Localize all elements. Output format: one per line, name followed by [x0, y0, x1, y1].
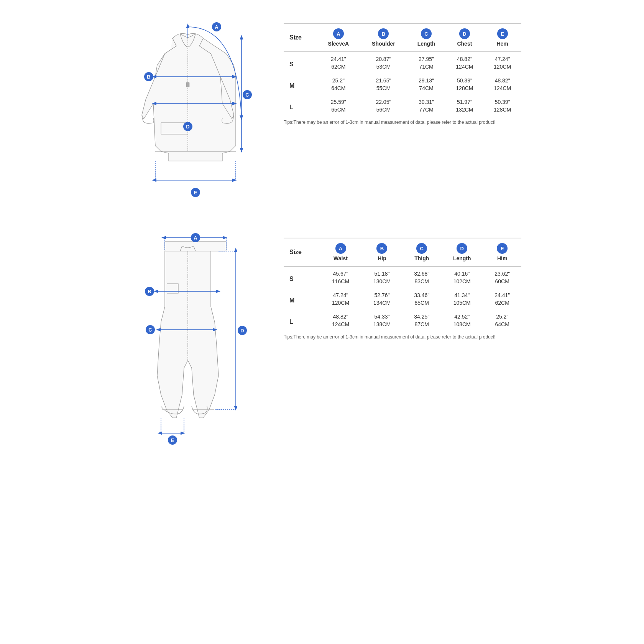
- measurement-inch: 27.95": [407, 52, 446, 63]
- measurement-cm: 130CM: [361, 278, 403, 288]
- measurement-cm: 56CM: [360, 106, 407, 117]
- svg-text:C: C: [245, 92, 249, 98]
- table-row: L25.59"22.05"30.31"51.97"50.39": [284, 95, 521, 106]
- measurement-inch: 48.82": [320, 310, 361, 320]
- measurement-inch: 34.25": [402, 310, 440, 320]
- measurement-inch: 45.67": [320, 266, 361, 278]
- svg-text:B: B: [148, 289, 151, 294]
- badge-a: A: [333, 28, 344, 39]
- measurement-cm: 62CM: [483, 299, 521, 310]
- measurement-cm: 60CM: [483, 278, 521, 288]
- svg-text:D: D: [240, 328, 244, 334]
- page-container: A B C D E: [115, 0, 529, 460]
- hem-label: Hem: [496, 41, 508, 47]
- measurement-inch: 51.97": [446, 95, 484, 106]
- pants-col-d-header: D Length: [441, 238, 483, 266]
- measurement-inch: 33.46": [402, 288, 440, 299]
- table-row: 62CM53CM71CM124CM120CM: [284, 63, 521, 74]
- measurement-cm: 83CM: [402, 278, 440, 288]
- size-cell: S: [284, 266, 320, 288]
- pants-col-a-header: A Waist: [320, 238, 361, 266]
- svg-text:B: B: [147, 74, 150, 80]
- svg-text:E: E: [171, 437, 174, 443]
- table-row: L48.82"54.33"34.25"42.52"25.2": [284, 310, 521, 320]
- measurement-cm: 65CM: [317, 106, 360, 117]
- chest-label: Chest: [457, 41, 472, 47]
- measurement-inch: 30.31": [407, 95, 446, 106]
- measurement-inch: 41.34": [441, 288, 483, 299]
- measurement-cm: 128CM: [446, 84, 484, 95]
- measurement-inch: 24.41": [483, 288, 521, 299]
- measurement-inch: 52.76": [361, 288, 403, 299]
- measurement-cm: 85CM: [402, 299, 440, 310]
- measurement-cm: 120CM: [320, 299, 361, 310]
- measurement-inch: 54.33": [361, 310, 403, 320]
- table-row: S24.41"20.87"27.95"48.82"47.24": [284, 52, 521, 63]
- pants-col-e-header: E Him: [483, 238, 521, 266]
- svg-rect-23: [165, 242, 226, 251]
- measurement-inch: 42.52": [441, 310, 483, 320]
- waist-label: Waist: [334, 255, 348, 261]
- badge-b: B: [378, 28, 389, 39]
- pants-diagram: A B C D E: [123, 230, 268, 445]
- jacket-tips: Tips:There may be an error of 1-3cm in m…: [284, 120, 521, 125]
- pants-badge-d: D: [457, 243, 467, 254]
- pants-section: A B C D E: [123, 230, 521, 445]
- measurement-inch: 50.39": [446, 74, 484, 84]
- table-row: 65CM56CM77CM132CM128CM: [284, 106, 521, 117]
- measurement-cm: 120CM: [483, 63, 521, 74]
- jacket-diagram: A B C D E: [123, 15, 268, 207]
- pants-col-b-header: B Hip: [361, 238, 403, 266]
- measurement-inch: 21.65": [360, 74, 407, 84]
- size-col-header: Size: [284, 23, 317, 52]
- measurement-inch: 47.24": [483, 52, 521, 63]
- measurement-cm: 64CM: [483, 320, 521, 331]
- measurement-inch: 25.2": [483, 310, 521, 320]
- measurement-cm: 134CM: [361, 299, 403, 310]
- measurement-inch: 25.59": [317, 95, 360, 106]
- measurement-inch: 47.24": [320, 288, 361, 299]
- svg-text:E: E: [194, 190, 197, 196]
- measurement-inch: 48.82": [483, 74, 521, 84]
- measurement-cm: 116CM: [320, 278, 361, 288]
- badge-c: C: [421, 28, 432, 39]
- shoulder-label: Shoulder: [372, 41, 395, 47]
- measurement-inch: 48.82": [446, 52, 484, 63]
- measurement-cm: 102CM: [441, 278, 483, 288]
- measurement-inch: 24.41": [317, 52, 360, 63]
- pants-col-c-header: C Thigh: [402, 238, 440, 266]
- measurement-inch: 32.68": [402, 266, 440, 278]
- svg-text:A: A: [215, 24, 219, 30]
- badge-e: E: [497, 28, 508, 39]
- measurement-cm: 124CM: [483, 84, 521, 95]
- pants-table-container: Size A Waist B Hip: [284, 230, 521, 340]
- measurement-cm: 87CM: [402, 320, 440, 331]
- jacket-header-row: Size A SleeveA B Shoulder: [284, 23, 521, 52]
- pants-header-row: Size A Waist B Hip: [284, 238, 521, 266]
- measurement-cm: 132CM: [446, 106, 484, 117]
- size-cell: S: [284, 52, 317, 74]
- measurement-cm: 138CM: [361, 320, 403, 331]
- size-cell: L: [284, 95, 317, 117]
- pants-length-label: Length: [453, 255, 471, 261]
- table-row: M25.2"21.65"29.13"50.39"48.82": [284, 74, 521, 84]
- measurement-cm: 74CM: [407, 84, 446, 95]
- sleeve-a-label: SleeveA: [328, 41, 349, 47]
- table-row: 64CM55CM74CM128CM124CM: [284, 84, 521, 95]
- jacket-col-d-header: D Chest: [446, 23, 484, 52]
- pants-badge-e: E: [497, 243, 508, 254]
- pants-size-col-header: Size: [284, 238, 320, 266]
- pants-badge-b: B: [376, 243, 387, 254]
- measurement-inch: 51.18": [361, 266, 403, 278]
- length-label: Length: [417, 41, 435, 47]
- jacket-col-a-header: A SleeveA: [317, 23, 360, 52]
- measurement-cm: 71CM: [407, 63, 446, 74]
- measurement-cm: 77CM: [407, 106, 446, 117]
- measurement-cm: 55CM: [360, 84, 407, 95]
- measurement-inch: 22.05": [360, 95, 407, 106]
- measurement-inch: 25.2": [317, 74, 360, 84]
- svg-text:D: D: [186, 124, 189, 130]
- svg-rect-5: [186, 82, 189, 87]
- pants-size-table: Size A Waist B Hip: [284, 238, 521, 331]
- measurement-inch: 23.62": [483, 266, 521, 278]
